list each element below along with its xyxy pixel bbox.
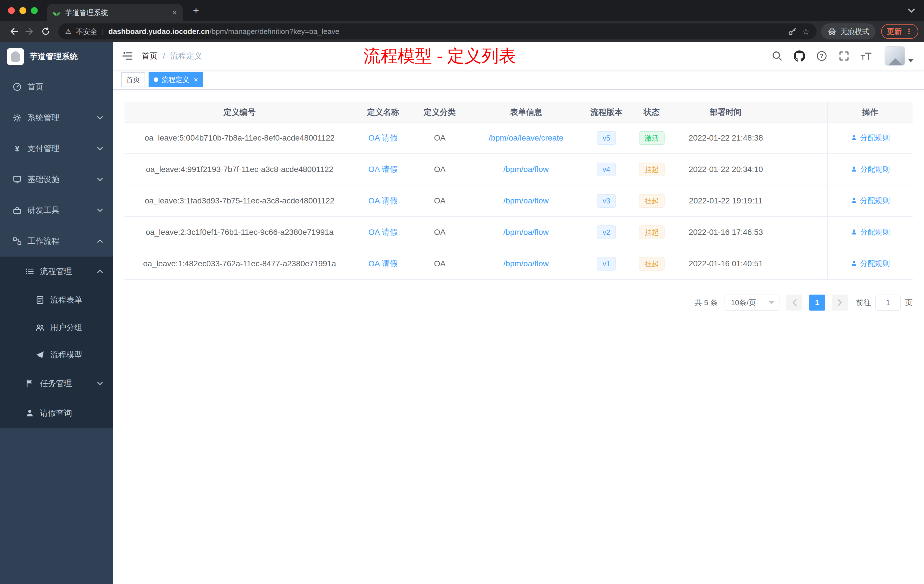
form-link[interactable]: /bpm/oa/flow [503,196,549,205]
sidebar-item-label: 流程表单 [50,295,103,305]
chevron-down-icon [97,178,103,181]
tab-close-icon[interactable]: × [172,8,177,17]
sidebar-item-process-model[interactable]: 流程模型 [0,341,113,369]
col-deploy-time: 部署时间 [675,102,777,122]
browser-menu-dots-icon[interactable]: ⋮ [905,27,912,36]
cell-id: oa_leave:3:1fad3d93-7b75-11ec-a3c8-acde4… [125,185,355,216]
assign-rule-link[interactable]: 分配规则 [851,133,890,143]
form-link[interactable]: /bpm/oa/leave/create [488,134,563,142]
sidebar-item-leave-query[interactable]: 请假查询 [0,398,113,428]
cell-category: OA [411,185,468,216]
close-window-button[interactable] [8,7,15,14]
page-content: 定义编号 定义名称 定义分类 表单信息 流程版本 状态 部署时间 操作 [113,90,924,584]
breadcrumb-home[interactable]: 首页 [142,51,158,61]
tag-label: 流程定义 [162,75,189,84]
forward-icon[interactable] [22,23,38,40]
definition-name-link[interactable]: OA 请假 [368,196,398,205]
password-key-icon[interactable] [788,27,797,36]
goto-page: 前往 页 [856,295,912,310]
assign-rule-link[interactable]: 分配规则 [851,259,890,269]
form-link[interactable]: /bpm/oa/flow [503,259,549,268]
sidebar-logo-row[interactable]: 芋道管理系统 [0,42,113,71]
new-tab-button[interactable]: + [188,3,203,18]
workflow-submenu: 流程管理 流程表单 用户分组 [0,257,113,428]
version-badge: v1 [597,257,616,271]
browser-update-button[interactable]: 更新 ⋮ [881,24,918,39]
tab-title: 芋道管理系统 [65,8,167,17]
tab-search-icon[interactable] [908,8,915,13]
form-link[interactable]: /bpm/oa/flow [503,228,549,237]
main-area: 首页 / 流程定义 流程模型 - 定义列表 ? [113,42,924,584]
sidebar-item-label: 流程模型 [50,350,103,360]
sidebar-item-label: 研发工具 [27,205,91,216]
hamburger-icon[interactable] [113,42,142,70]
bookmark-star-icon[interactable]: ☆ [802,26,810,36]
sidebar-item-label: 流程管理 [40,266,91,277]
col-status: 状态 [629,102,675,122]
reload-icon[interactable] [38,23,54,40]
prev-page-button[interactable] [786,295,802,310]
definition-name-link[interactable]: OA 请假 [368,228,398,237]
incognito-badge: 无痕模式 [821,23,875,40]
sidebar-item-home[interactable]: 首页 [0,71,113,102]
paper-plane-icon [35,350,45,360]
col-action: 操作 [827,102,912,122]
security-label[interactable]: 不安全 [76,27,97,36]
sidebar-item-dev-tools[interactable]: 研发工具 [0,195,113,226]
incognito-label: 无痕模式 [841,27,869,36]
fullscreen-icon[interactable] [838,50,850,62]
definition-name-link[interactable]: OA 请假 [368,165,398,174]
next-page-button[interactable] [832,295,848,310]
font-size-icon[interactable] [860,50,873,62]
sidebar-item-workflow[interactable]: 工作流程 [0,226,113,257]
page-number-1[interactable]: 1 [809,295,825,310]
search-icon[interactable] [771,50,784,62]
chevron-down-icon [97,382,103,385]
cell-id: oa_leave:2:3c1f0ef1-76b1-11ec-9c66-a2380… [125,216,355,248]
back-icon[interactable] [6,23,22,40]
cell-category: OA [411,216,468,248]
sidebar-item-process-management[interactable]: 流程管理 [0,257,113,286]
sidebar-item-payment[interactable]: ¥ 支付管理 [0,133,113,164]
goto-unit-label: 页 [905,298,912,308]
sidebar-item-infrastructure[interactable]: 基础设施 [0,164,113,195]
tag-close-icon[interactable]: × [194,76,198,83]
assign-rule-link[interactable]: 分配规则 [851,196,890,206]
cell-id: oa_leave:1:482ec033-762a-11ec-8477-a2380… [125,248,355,279]
avatar[interactable] [884,46,905,66]
zoom-window-button[interactable] [31,7,38,14]
goto-page-input[interactable] [875,295,901,310]
incognito-icon [827,27,837,35]
form-link[interactable]: /bpm/oa/flow [503,165,549,174]
sidebar-item-user-group[interactable]: 用户分组 [0,314,113,341]
definition-table: 定义编号 定义名称 定义分类 表单信息 流程版本 状态 部署时间 操作 [125,102,912,280]
users-icon [35,323,45,332]
tag-process-definition[interactable]: 流程定义 × [148,72,203,87]
assign-rule-link[interactable]: 分配规则 [851,164,890,174]
page-size-select[interactable]: 10条/页 [724,295,779,310]
assign-rule-link[interactable]: 分配规则 [851,227,890,237]
browser-tab[interactable]: 芋道管理系统 × [47,4,183,21]
tag-home[interactable]: 首页 [121,72,145,87]
address-bar[interactable]: ⚠ 不安全 | dashboard.yudao.iocoder.cn/bpm/m… [58,23,817,40]
cell-deploy-time: 2022-01-22 19:19:11 [675,185,777,216]
cell-filler [777,216,828,248]
url-text[interactable]: dashboard.yudao.iocoder.cn/bpm/manager/d… [108,27,783,36]
active-tag-dot [154,78,158,82]
sidebar-item-label: 首页 [27,81,103,92]
sidebar-item-process-form[interactable]: 流程表单 [0,286,113,314]
github-icon[interactable] [793,50,806,62]
definition-name-link[interactable]: OA 请假 [368,134,398,142]
col-definition-id: 定义编号 [125,102,355,122]
cell-category: OA [411,248,468,279]
minimize-window-button[interactable] [20,7,26,14]
sidebar-item-system[interactable]: 系统管理 [0,102,113,133]
help-icon[interactable]: ? [815,50,828,62]
chevron-down-icon [97,209,103,212]
version-badge: v2 [597,226,616,239]
sidebar-item-task-management[interactable]: 任务管理 [0,369,113,398]
user-menu[interactable] [884,46,914,66]
cell-deploy-time: 2022-01-16 01:40:51 [675,248,777,279]
table-row: oa_leave:5:004b710b-7b8a-11ec-8ef0-acde4… [125,122,912,154]
definition-name-link[interactable]: OA 请假 [368,259,398,268]
